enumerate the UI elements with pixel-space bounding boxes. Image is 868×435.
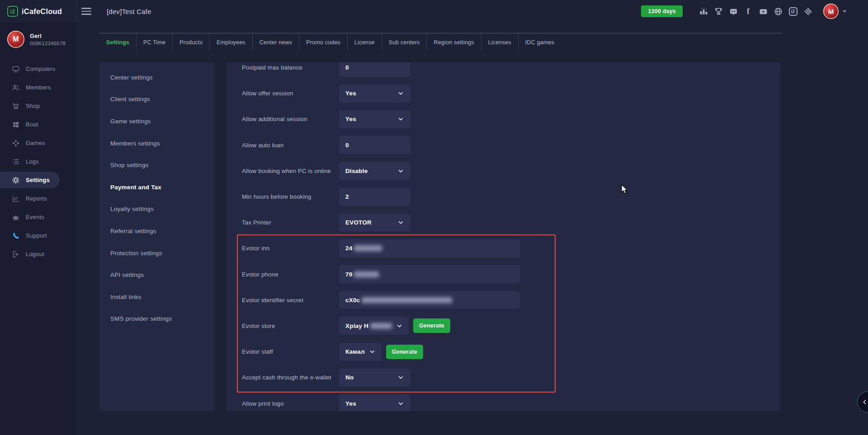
sidebar-item-settings[interactable]: Settings	[0, 171, 76, 189]
sidebar-item-label: Members	[26, 84, 51, 91]
submenu-client-settings[interactable]: Client settings	[99, 89, 215, 111]
redacted-value	[370, 323, 392, 329]
form-row: Evotor inn 24	[226, 235, 781, 261]
submenu-protection-settings[interactable]: Protection settings	[99, 242, 215, 264]
generate-staff-button[interactable]: Generate	[386, 345, 423, 359]
chevron-down-icon	[398, 401, 404, 407]
submenu-api-settings[interactable]: API settings	[99, 264, 215, 286]
tax-printer-select[interactable]: EVOTOR	[339, 214, 410, 232]
sidebar-item-reports[interactable]: Reports	[0, 189, 76, 208]
windows-icon	[12, 121, 20, 129]
sidebar-item-members[interactable]: Members	[0, 78, 76, 97]
brand[interactable]: i2 iCafeCloud	[0, 0, 76, 23]
tab-employees[interactable]: Employees	[210, 33, 253, 51]
sidebar-user[interactable]: M Gerl 008612345678	[0, 23, 76, 48]
sidebar-item-games[interactable]: Games	[0, 134, 76, 152]
list-icon	[12, 158, 20, 166]
user-avatar: M	[7, 31, 24, 48]
allow-additional-session-select[interactable]: Yes	[339, 110, 410, 128]
submenu-shop-settings[interactable]: Shop settings	[99, 154, 215, 176]
topbar-right: 1300 days f	[641, 4, 868, 19]
trophy-icon[interactable]	[713, 6, 724, 17]
sidebar-item-support[interactable]: Support	[0, 226, 76, 245]
submenu-install-links[interactable]: Install links	[99, 286, 215, 308]
sidebar-item-label: Events	[26, 214, 44, 220]
form-row: Evotor identifier secret cX0c	[226, 287, 781, 313]
submenu-payment-and-tax[interactable]: Payment and Tax	[99, 176, 215, 198]
min-hours-before-booking-input[interactable]: 2	[339, 188, 410, 206]
postpaid-max-balance-input[interactable]: 0	[339, 62, 410, 77]
form-row: Evotor staff Камал Generate	[226, 339, 781, 365]
chevron-down-icon	[398, 374, 404, 380]
facebook-icon[interactable]: f	[743, 6, 754, 17]
allow-print-logo-select[interactable]: Yes	[339, 394, 410, 411]
sidebar-item-label: Reports	[26, 195, 47, 202]
discord-icon[interactable]	[728, 6, 739, 17]
tab-pc-time[interactable]: PC Time	[137, 33, 173, 51]
user-avatar[interactable]: M	[823, 4, 839, 19]
evotor-phone-input[interactable]: 79	[339, 265, 520, 283]
submenu-members-settings[interactable]: Members settings	[99, 132, 215, 154]
allow-auto-loan-input[interactable]: 0	[339, 136, 410, 154]
sidebar-item-boot[interactable]: Boot	[0, 115, 76, 134]
tab-region-settings[interactable]: Region settings	[427, 33, 481, 51]
tab-licenses[interactable]: Licenses	[481, 33, 519, 51]
globe-icon[interactable]	[773, 6, 783, 17]
sidebar-item-label: Logs	[26, 158, 39, 165]
sidebar-item-computers[interactable]: Computers	[0, 60, 76, 78]
tab-license[interactable]: License	[348, 33, 382, 51]
sidebar-item-label: Games	[26, 140, 45, 146]
submenu-loyalty-settings[interactable]: Loyalty settings	[99, 198, 215, 220]
tab-idc-games[interactable]: IDC games	[519, 33, 561, 51]
evotor-store-select[interactable]: Xplay H	[339, 317, 409, 335]
tab-promo-codes[interactable]: Promo codes	[299, 33, 348, 51]
license-days-badge[interactable]: 1300 days	[641, 5, 683, 17]
sidebar-item-shop[interactable]: Shop	[0, 97, 76, 115]
tab-products[interactable]: Products	[173, 33, 210, 51]
allow-booking-pc-online-select[interactable]: Disable	[339, 162, 410, 180]
chevron-down-icon	[398, 168, 404, 174]
tab-settings[interactable]: Settings	[99, 33, 137, 51]
sidebar-item-logout[interactable]: Logout	[0, 245, 76, 263]
user-name: Gerl	[30, 33, 66, 39]
icafe-mark-icon[interactable]: i2	[788, 6, 798, 17]
phone-icon	[12, 232, 20, 240]
tab-center-news[interactable]: Center news	[253, 33, 299, 51]
evotor-staff-select[interactable]: Камал	[339, 343, 382, 361]
ranking-icon[interactable]	[698, 6, 709, 17]
evotor-inn-input[interactable]: 24	[339, 239, 520, 257]
layers-icon[interactable]	[802, 6, 813, 17]
gear-icon	[12, 176, 20, 184]
submenu-referral-settings[interactable]: Referral settings	[99, 220, 215, 242]
icafecloud-logo-icon: i2	[7, 6, 18, 17]
generate-store-button[interactable]: Generate	[413, 318, 450, 333]
tab-sub-centers[interactable]: Sub centers	[382, 33, 427, 51]
settings-submenu: Center settings Client settings Game set…	[99, 62, 215, 411]
form-row: Evotor store Xplay H Generate	[226, 313, 781, 339]
chevron-down-icon[interactable]	[843, 10, 846, 13]
submenu-center-settings[interactable]: Center settings	[99, 66, 215, 89]
form-row: Evotor phone 79	[226, 262, 781, 287]
chevron-down-icon	[369, 349, 375, 355]
submenu-sms-provider-settings[interactable]: SMS provider settings	[99, 308, 215, 330]
form-row: Allow print logo Yes	[226, 390, 781, 411]
crown-icon	[12, 213, 20, 221]
evotor-identifier-secret-input[interactable]: cX0c	[339, 291, 520, 309]
form-row: Postpaid max balance 0	[226, 62, 781, 80]
sidebar-item-logs[interactable]: Logs	[0, 152, 76, 171]
form-row: Tax Printer EVOTOR	[226, 210, 781, 235]
app-window: i2 iCafeCloud [dev]Test Cafe 1300 days	[0, 0, 868, 435]
sidebar-item-events[interactable]: Events	[0, 208, 76, 226]
payment-tax-form: Postpaid max balance 0 Allow offer sessi…	[226, 62, 781, 411]
accept-cash-ewallet-select[interactable]: No	[339, 369, 410, 387]
form-row: Allow booking when PC is online Disable	[226, 158, 781, 184]
youtube-icon[interactable]	[758, 6, 769, 17]
allow-offer-session-select[interactable]: Yes	[339, 84, 410, 103]
submenu-game-settings[interactable]: Game settings	[99, 110, 215, 132]
menu-toggle-icon[interactable]	[81, 8, 91, 14]
chevron-left-icon	[861, 398, 868, 406]
form-row: Accept cash through the e-wallet No	[226, 365, 781, 390]
settings-tabs: Settings PC Time Products Employees Cent…	[99, 33, 782, 51]
redacted-value	[362, 297, 452, 303]
chevron-down-icon	[398, 116, 404, 122]
